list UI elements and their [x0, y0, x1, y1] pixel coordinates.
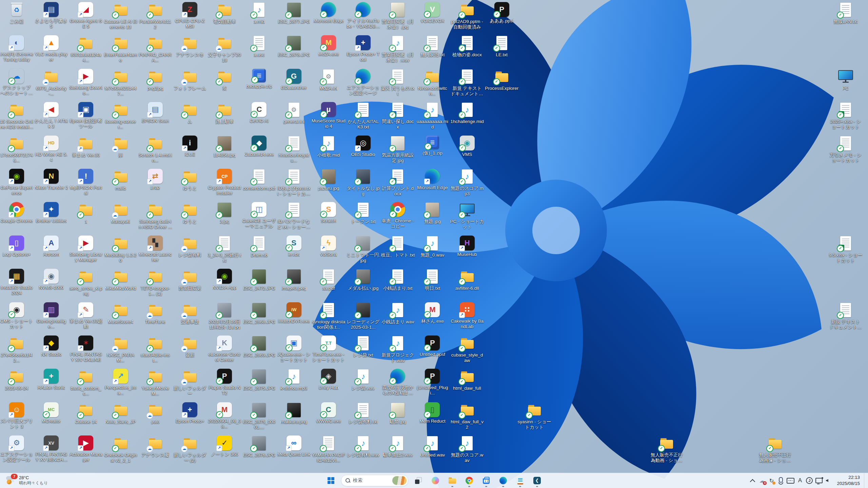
desktop-icon[interactable]: ✓2023-09-24 — [0, 369, 34, 391]
taskbar-button-task-view[interactable] — [412, 474, 425, 487]
desktop-icon[interactable]: ☁父子キャンプ2018 — [208, 35, 241, 63]
desktop-icon[interactable]: ✓Steinberg built-in ASIO Driver 1.0.9 — [138, 202, 172, 230]
desktop-icon[interactable]: ✓無線LAN.txt — [829, 2, 863, 24]
desktop-icon[interactable]: ☁新しいフォルダー — [173, 369, 207, 396]
desktop-icon[interactable]: ✓3_24-3_25旅行.txt — [208, 236, 241, 263]
desktop-icon[interactable]: ✓iloveimg-conver... — [104, 102, 138, 130]
desktop-icon[interactable]: ✓ProcessExplorer — [485, 69, 519, 91]
desktop-icon[interactable]: ↗↗Perspective_Ima... — [104, 369, 138, 396]
desktop-icon[interactable]: ▤↗さよなら手書き5 — [34, 2, 68, 29]
desktop-icon[interactable]: ✓a — [69, 202, 103, 224]
desktop-icon[interactable]: ✓PC - ショートカット — [450, 202, 484, 230]
desktop-icon[interactable]: ✓ESC_2875_00001.... — [242, 402, 276, 430]
desktop-icon[interactable]: ✓ParallelWorld112 — [138, 2, 172, 30]
desktop-icon[interactable]: ≣✓badapple.zip — [242, 69, 276, 89]
desktop-icon[interactable]: ✓ESC_2869.JPG — [242, 336, 276, 358]
desktop-icon[interactable]: +↗Epson Photo+ Tool — [346, 35, 380, 62]
desktop-icon[interactable]: ▯✓Mem Reduct — [415, 402, 449, 424]
desktop-icon[interactable]: C✓CeVIO AI — [242, 102, 276, 124]
desktop-icon[interactable]: ◉✓CMS - ショートカット — [0, 302, 34, 329]
desktop-icon[interactable]: ♪✓1hchallenge.mid — [450, 102, 484, 124]
weather-widget[interactable]: 7 28°C 晴れ時々くもり — [3, 473, 51, 488]
desktop-icon[interactable]: K↗eLicenser Control Center — [208, 336, 241, 363]
clock[interactable]: 22:13 2025/08/15 — [834, 474, 863, 486]
desktop-icon[interactable]: ✎↗筆まめ Ver.33起動 — [69, 302, 103, 329]
desktop-icon[interactable]: ✓路上駐車 — [208, 102, 241, 124]
desktop-icon[interactable]: ◉↗NVMS-1000 — [34, 269, 68, 290]
desktop-icon[interactable]: ♪✓k-sishou.mp3 — [277, 369, 311, 391]
desktop-icon[interactable]: P✓Untitled.ppsf — [415, 336, 449, 357]
desktop-icon[interactable]: ◎↗OBS Studio — [346, 136, 380, 157]
desktop-icon[interactable]: ✓万引きメモ - ショートカット — [829, 136, 863, 163]
desktop-icon[interactable]: ☁最新 — [173, 336, 207, 358]
desktop-icon[interactable]: ✓ESC_2876.JPG — [242, 435, 276, 458]
desktop-icon[interactable]: ✓↗ノートン 360 — [208, 435, 241, 457]
desktop-icon[interactable]: ✓Cubase 14 — [69, 402, 103, 425]
desktop-icon[interactable]: ✓a.usc — [242, 35, 276, 58]
desktop-icon[interactable]: ✓pazuru.jpg — [312, 169, 346, 191]
desktop-icon[interactable]: ☁jijii — [104, 136, 138, 158]
desktop-icon[interactable]: ✶↗FINAL FANTASY XIV ONLINE — [69, 336, 103, 363]
desktop-icon[interactable]: µ✓MuseScore Studio 4 — [312, 102, 346, 129]
tray-sync-update[interactable]: ↻ — [767, 475, 776, 486]
desktop-icon[interactable]: A↗Artroom — [34, 236, 68, 257]
search-input[interactable]: 検索 — [341, 475, 408, 486]
desktop-icon[interactable]: ✓makkuro.png — [277, 402, 311, 425]
desktop-icon[interactable]: ✓ESC_2472.JPG — [242, 269, 276, 291]
desktop-icon[interactable]: ✓メダル払い.jpg — [346, 269, 380, 291]
desktop-icon[interactable]: ✓YAMAHA PACIFICA612VI... — [312, 435, 346, 463]
desktop-icon[interactable]: XV↗FINAL FANTASY XV BENCHMARK — [34, 435, 68, 463]
desktop-icon[interactable]: ✓IDパスワードなど.txt - ショートカット — [277, 202, 311, 230]
desktop-icon[interactable]: ☁✓デスクトップ へのショートカット (OneDri... — [0, 69, 34, 96]
desktop-icon[interactable]: ✓html_daw_full — [450, 369, 484, 391]
desktop-icon[interactable]: ↗Google Chrome — [0, 202, 34, 224]
desktop-icon[interactable]: ♪✓a.mid — [242, 2, 276, 24]
desktop-icon[interactable]: P✓Piapro Studio NT2 — [208, 369, 241, 396]
desktop-icon[interactable]: ✓駐禁.jpg — [381, 402, 415, 425]
desktop-icon[interactable]: ▣✓JQuake.exe - ショートカット — [277, 336, 311, 363]
desktop-icon[interactable]: ✓NintendoSwitch... — [415, 69, 449, 97]
desktop-icon[interactable]: ✓MediaBay 1.2.20 — [104, 236, 138, 263]
desktop-icon[interactable]: ✓ESC_2868.JPG — [242, 302, 276, 325]
desktop-icon[interactable]: W✓植物の姿.docx — [450, 35, 484, 58]
desktop-icon[interactable]: ☺↗ズバリ巨大プリント 3 — [0, 402, 34, 429]
desktop-icon[interactable]: ✓ppt2AD9.pptm - 自動回復済み — [450, 2, 484, 30]
desktop-icon[interactable]: ∞↗Meta Quest Link — [277, 435, 311, 457]
desktop-icon[interactable]: ▥↗GamingIntellige... — [34, 302, 68, 329]
desktop-icon[interactable]: ✓気温方眼用紙設定.jpg — [381, 136, 415, 163]
desktop-icon[interactable]: ✓無人販売.txt — [415, 35, 449, 58]
desktop-icon[interactable]: ✓utau0418e-inst... — [138, 336, 172, 363]
desktop-icon[interactable]: ✦↗Brother Utilities — [34, 202, 68, 224]
taskbar-button-notepad[interactable] — [513, 474, 527, 487]
desktop-icon[interactable]: ✓LE.txt — [485, 35, 519, 58]
desktop-icon[interactable]: G✓GDLauncher — [277, 69, 311, 90]
tray-onedrive-error[interactable]: ☁✕ — [757, 475, 766, 486]
desktop-icon[interactable]: S✓ie.vbs — [277, 236, 311, 257]
desktop-icon[interactable]: ☁交通事故 — [173, 302, 207, 325]
desktop-icon[interactable]: ✓html_daw_full_v2 — [450, 402, 484, 430]
desktop-icon[interactable]: M✓MoZA.exe — [312, 35, 346, 57]
desktop-icon[interactable]: ♪✓uaaaaaaaaa.mid — [415, 102, 449, 130]
taskbar-button-chrome[interactable] — [462, 474, 476, 487]
desktop-icon[interactable]: ✓Scratch 1.4.msi.in... — [138, 136, 172, 163]
desktop-icon[interactable]: ◉✓VMS — [450, 136, 484, 157]
desktop-icon[interactable]: ✓友 — [208, 69, 241, 91]
desktop-icon[interactable]: ✓明日.txt — [415, 269, 449, 291]
desktop-icon[interactable]: ✓cubase_style_daw — [450, 336, 484, 363]
desktop-icon[interactable]: ◉↗GeForce Experience — [0, 169, 34, 196]
taskbar-button-copilot[interactable] — [429, 474, 442, 487]
desktop-icon[interactable]: ♪✓小銭詰まり.wav — [381, 302, 415, 325]
desktop-icon[interactable]: ⚙✓general.ini — [277, 102, 311, 124]
desktop-icon[interactable]: ✓幸憲 - Chrome - コピー — [381, 202, 415, 229]
desktop-icon[interactable]: X✓9.5.xlsx - ショートカット — [829, 236, 863, 263]
desktop-icon[interactable]: ✓ESC_2878.JPG — [277, 35, 311, 58]
tray-volume[interactable] — [824, 475, 833, 486]
desktop-icon[interactable]: ✓27e456ce6a1f42... — [0, 336, 34, 363]
desktop-icon[interactable]: ✓トークン.txt — [346, 202, 380, 224]
desktop-icon[interactable]: ☁Masayuki — [104, 202, 138, 224]
desktop-icon[interactable]: ⚙↗エアステーション設定ツール — [0, 435, 34, 463]
taskbar-button-microsoft-store[interactable] — [479, 474, 493, 487]
desktop-icon[interactable]: ✓楽天 買うもの.txt — [381, 69, 415, 97]
desktop-icon[interactable]: ✓Cubase LE AI Elements 13 — [104, 2, 138, 30]
desktop-icon[interactable]: ✓ミニトマト一円.jpg — [346, 236, 380, 263]
